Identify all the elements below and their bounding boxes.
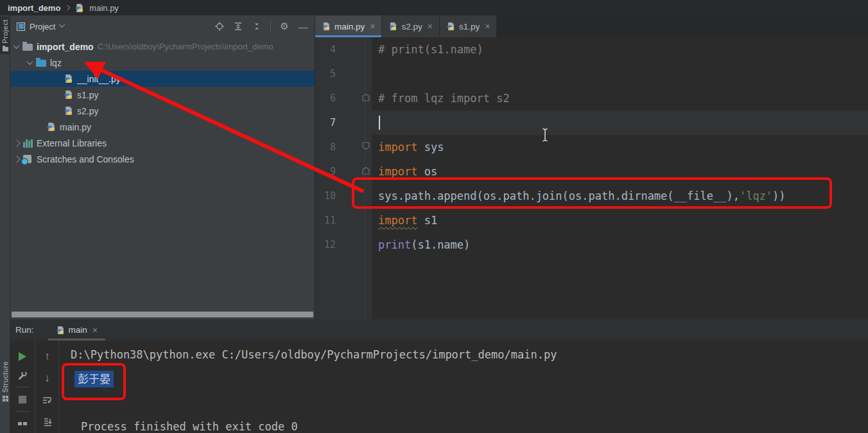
code-text[interactable]: import s1: [372, 208, 868, 233]
gutter[interactable]: 6: [315, 86, 372, 110]
code-token: s1: [417, 214, 437, 227]
tab-main-py[interactable]: main.py ×: [315, 15, 381, 37]
run-console: D:\Python38\python.exe C:/Users/oldboy/P…: [71, 340, 868, 433]
stripe-tab-structure[interactable]: Structure: [0, 361, 10, 402]
soft-wrap-icon[interactable]: [36, 389, 58, 411]
rerun-button[interactable]: [10, 347, 35, 366]
down-arrow-icon[interactable]: ↓: [36, 367, 58, 389]
gutter: [315, 257, 372, 319]
line-number: 9: [330, 166, 336, 177]
restore-layout-icon[interactable]: [10, 414, 35, 433]
breadcrumb-project[interactable]: import_demo: [8, 3, 60, 13]
tree-label: s2.py: [77, 106, 98, 116]
gutter[interactable]: 9: [315, 159, 372, 184]
scrollbar-thumb[interactable]: [12, 312, 313, 317]
code-text[interactable]: # print(s1.name): [372, 37, 868, 62]
python-file-icon: [446, 22, 455, 31]
gutter[interactable]: 8: [315, 135, 372, 159]
gutter[interactable]: 12: [315, 233, 372, 257]
gutter[interactable]: 4: [315, 37, 372, 62]
breadcrumb-separator-icon: [65, 5, 70, 10]
code-text[interactable]: [372, 110, 868, 135]
folder-icon: [22, 44, 33, 51]
gutter[interactable]: 11: [315, 208, 372, 233]
code-line-4: 4 # print(s1.name): [315, 37, 868, 62]
tree-label: External Libraries: [37, 138, 107, 148]
close-icon[interactable]: ×: [370, 21, 375, 31]
python-file-icon: [64, 74, 73, 84]
tree-path: C:\Users\oldboy\PycharmProjects\import_d…: [98, 42, 273, 51]
toolbar-separator: [270, 21, 271, 31]
expand-all-button[interactable]: [233, 21, 243, 31]
gutter[interactable]: 5: [315, 62, 372, 86]
code-token: (s1.name): [411, 238, 470, 251]
close-icon[interactable]: ×: [92, 325, 98, 335]
gutter[interactable]: 10: [315, 184, 372, 208]
toolbar-divider: [15, 387, 30, 387]
code-text[interactable]: [372, 257, 868, 319]
tab-s1-py[interactable]: s1.py ×: [440, 15, 496, 37]
code-text[interactable]: import sys: [372, 135, 868, 159]
line-number: 12: [324, 239, 336, 251]
tree-row-scratches[interactable]: Scratches and Consoles: [10, 151, 315, 167]
console-toolbar: ↑ ↓: [36, 340, 59, 433]
tree-row-s1-py[interactable]: s1.py: [10, 87, 315, 103]
run-panel: Run: main × ↑: [10, 319, 868, 433]
python-file-icon: [74, 3, 84, 13]
code-token: os: [417, 165, 437, 178]
tree-row-s2-py[interactable]: s2.py: [10, 103, 315, 119]
code-text[interactable]: import os: [372, 159, 868, 184]
tree-row-import-demo[interactable]: import_demo C:\Users\oldboy\PycharmProje…: [10, 39, 315, 55]
code-line-5: 5: [315, 62, 868, 86]
fold-marker-icon[interactable]: [362, 93, 370, 103]
close-icon[interactable]: ×: [428, 21, 433, 31]
chevron-right-icon[interactable]: [13, 155, 20, 163]
code-text[interactable]: [372, 62, 868, 86]
settings-gear-icon[interactable]: ⚙: [279, 21, 290, 31]
hide-panel-button[interactable]: —: [298, 21, 308, 31]
python-file-icon: [388, 22, 397, 31]
tree-label: s1.py: [77, 90, 98, 100]
gutter[interactable]: 7: [315, 110, 372, 135]
tree-row-init-py[interactable]: __init__.py: [10, 71, 315, 87]
stripe-tab-project[interactable]: Project: [0, 17, 10, 54]
editor-tab-bar: main.py × s2.py × s1.py ×: [315, 15, 868, 37]
run-tab-main[interactable]: main ×: [48, 319, 105, 340]
code-token: import: [378, 141, 417, 154]
close-icon[interactable]: ×: [485, 21, 490, 31]
tree-row-main-py[interactable]: main.py: [10, 119, 315, 135]
code-token: print: [378, 238, 411, 251]
tab-s2-py[interactable]: s2.py ×: [382, 15, 438, 37]
line-number: 4: [330, 44, 336, 55]
project-tab-icon: [3, 47, 8, 51]
chevron-down-icon[interactable]: [13, 42, 20, 49]
breadcrumb-file[interactable]: main.py: [89, 3, 119, 13]
tree-label: Scratches and Consoles: [37, 154, 134, 164]
code-text[interactable]: # from lqz import s2: [372, 86, 868, 110]
horizontal-scrollbar[interactable]: [12, 312, 313, 317]
code-line-6: 6 # from lqz import s2: [315, 86, 868, 110]
fold-marker-icon[interactable]: [362, 142, 370, 152]
line-number: 6: [330, 93, 336, 104]
chevron-down-icon[interactable]: [27, 58, 33, 65]
fold-marker-icon[interactable]: [362, 166, 370, 177]
code-text[interactable]: print(s1.name): [372, 233, 868, 257]
python-file-icon: [322, 22, 331, 31]
stripe-structure-label: Structure: [1, 361, 9, 393]
scroll-to-end-icon[interactable]: [36, 411, 58, 433]
code-text[interactable]: sys.path.append(os.path.join(os.path.dir…: [372, 184, 868, 208]
project-panel-title[interactable]: Project: [30, 22, 55, 31]
tree-label: main.py: [60, 122, 91, 132]
chevron-right-icon[interactable]: [13, 139, 20, 146]
project-dropdown-icon[interactable]: [59, 21, 65, 28]
up-arrow-icon[interactable]: ↑: [36, 346, 58, 367]
stop-button[interactable]: [10, 390, 35, 409]
build-wrench-icon[interactable]: [10, 366, 35, 384]
tree-label: __init__.py: [77, 74, 121, 84]
tree-row-external-libraries[interactable]: External Libraries: [10, 135, 315, 151]
locate-file-button[interactable]: [214, 21, 225, 31]
python-file-icon: [64, 106, 73, 116]
tree-row-lqz[interactable]: lqz: [10, 55, 315, 71]
tree-label: import_demo: [37, 42, 94, 52]
collapse-all-button[interactable]: [252, 21, 262, 31]
